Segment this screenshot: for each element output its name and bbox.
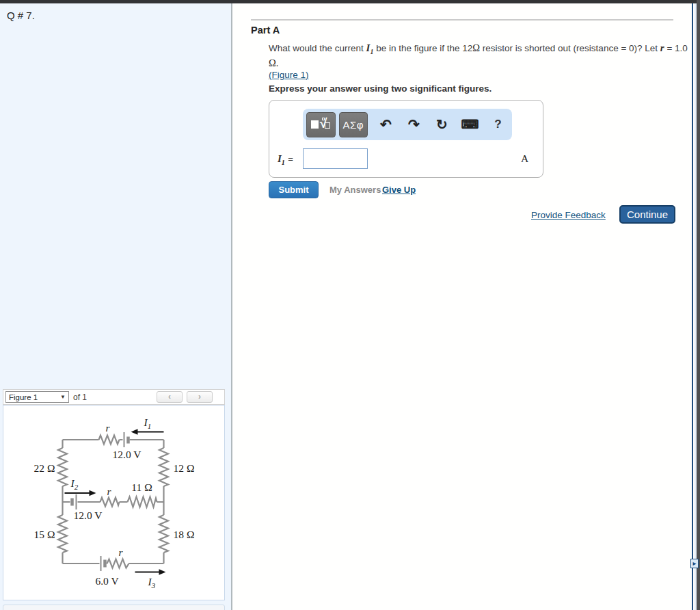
answer-input[interactable] [303,148,368,169]
window-edge [697,0,700,610]
my-answers-button[interactable]: My Answers [329,185,381,195]
answer-box: √ ΑΣφ ↶ ↷ ↻ ⌨ ? I1 = A [269,100,543,178]
redo-icon[interactable]: ↷ [400,116,428,133]
equation-templates-button[interactable]: √ [306,112,336,137]
label-r-bottom: r [118,546,123,558]
page: Q # 7. Figure 1 ▼ of 1 ‹ › [0,0,700,610]
equation-toolbar: √ ΑΣφ ↶ ↷ ↻ ⌨ ? [303,109,512,140]
label-i2: I2 [70,477,79,491]
figure-count-label: of 1 [73,393,87,402]
greek-symbols-button[interactable]: ΑΣφ [339,112,368,137]
main-content: Part A What would the current I1 be in t… [232,3,692,610]
provide-feedback-link[interactable]: Provide Feedback [531,210,606,220]
label-i3: I3 [148,576,156,589]
figure-next-button[interactable]: › [187,391,213,403]
continue-button[interactable]: Continue [619,205,675,224]
label-r-top: r [105,422,110,434]
label-12ohm: 12 Ω [174,462,195,474]
greek-symbols-icon: ΑΣφ [342,119,364,131]
figure-prev-button[interactable]: ‹ [157,391,183,403]
figure-1-link[interactable]: (Figure 1) [269,70,309,80]
figure-dropdown[interactable]: Figure 1 ▼ [5,391,69,403]
keyboard-icon[interactable]: ⌨ [456,117,484,132]
circuit-diagram: r I1 12.0 V 22 Ω 12 Ω I2 r 11 Ω 12.0 V 1… [3,406,224,600]
reset-icon[interactable]: ↻ [428,116,456,133]
label-r-mid: r [107,486,111,497]
question-sidebar: Q # 7. Figure 1 ▼ of 1 ‹ › [0,3,231,610]
label-22ohm: 22 Ω [34,462,55,474]
scrollbar-arrow-icon[interactable]: ▸ [690,559,699,568]
figure-panel: r I1 12.0 V 22 Ω 12 Ω I2 r 11 Ω 12.0 V 1… [3,405,225,600]
answer-variable-label: I1 = [278,152,293,166]
label-v-top: 12.0 V [113,449,142,460]
figure-dropdown-value: Figure 1 [6,393,60,401]
question-text: What would the current I1 be in the figu… [269,42,679,81]
section-rule [251,19,673,21]
label-i1: I1 [144,416,152,430]
equation-templates-icon: √ [311,116,330,133]
label-11ohm: 11 Ω [131,481,152,493]
give-up-link[interactable]: Give Up [382,185,416,195]
help-icon[interactable]: ? [484,118,512,131]
question-number: Q # 7. [7,10,35,21]
figure-selector-row: Figure 1 ▼ of 1 ‹ › [3,389,225,405]
answer-unit-label: A [521,152,528,165]
question-line1: What would the current I1 be in the figu… [269,42,679,57]
label-v-mid: 12.0 V [74,509,103,521]
question-line2: Ω. [269,57,679,69]
next-section-panel [3,605,225,610]
label-15ohm: 15 Ω [34,529,55,540]
label-18ohm: 18 Ω [174,529,195,540]
submit-button[interactable]: Submit [269,181,319,198]
chevron-down-icon: ▼ [60,394,68,400]
undo-icon[interactable]: ↶ [372,116,400,133]
part-title: Part A [251,25,280,36]
label-v-bottom: 6.0 V [95,575,119,587]
answer-instruction: Express your answer using two significan… [269,83,492,94]
